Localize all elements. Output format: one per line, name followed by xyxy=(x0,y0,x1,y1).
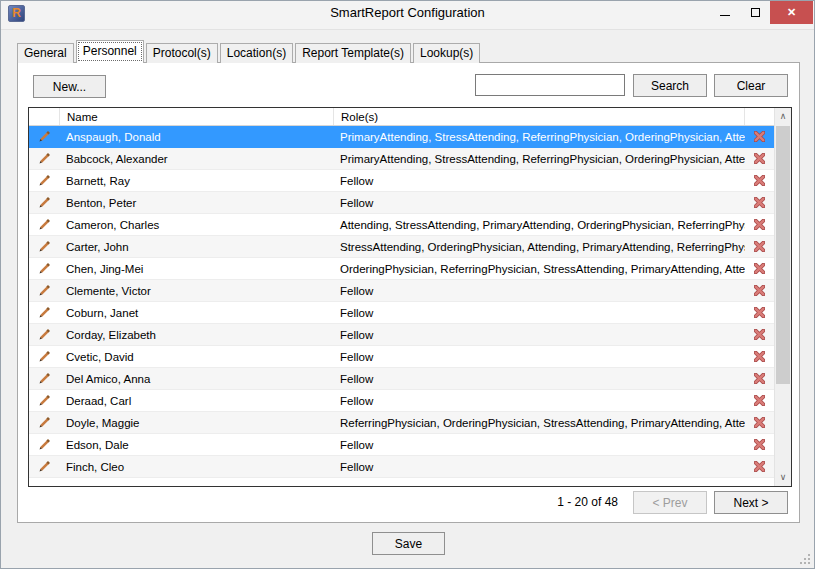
name-cell: Edson, Dale xyxy=(59,434,333,455)
delete-icon xyxy=(754,263,765,274)
roles-cell: ReferringPhysician, OrderingPhysician, S… xyxy=(333,412,745,433)
edit-cell[interactable] xyxy=(29,306,59,319)
delete-cell[interactable] xyxy=(745,263,774,274)
table-row[interactable]: Edson, Dale Fellow xyxy=(29,434,774,456)
name-cell: Coburn, Janet xyxy=(59,302,333,323)
delete-cell[interactable] xyxy=(745,131,774,142)
delete-icon xyxy=(754,417,765,428)
header-name: Name xyxy=(59,108,333,125)
scroll-down-icon[interactable]: ∨ xyxy=(775,469,791,486)
edit-cell[interactable] xyxy=(29,262,59,275)
delete-icon xyxy=(754,285,765,296)
search-button[interactable]: Search xyxy=(633,74,707,97)
tab-locations[interactable]: Location(s) xyxy=(220,43,293,63)
table-row[interactable]: Benton, Peter Fellow xyxy=(29,192,774,214)
edit-cell[interactable] xyxy=(29,218,59,231)
save-button[interactable]: Save xyxy=(372,532,445,555)
roles-cell: PrimaryAttending, StressAttending, Refer… xyxy=(333,148,745,169)
delete-cell[interactable] xyxy=(745,241,774,252)
maximize-button[interactable] xyxy=(740,1,770,24)
table-scrollbar[interactable]: ∧ ∨ xyxy=(774,108,791,486)
table-row[interactable]: Doyle, Maggie ReferringPhysician, Orderi… xyxy=(29,412,774,434)
edit-cell[interactable] xyxy=(29,394,59,407)
pencil-icon xyxy=(38,262,51,275)
table-row[interactable]: Barnett, Ray Fellow xyxy=(29,170,774,192)
table-row[interactable]: Chen, Jing-Mei OrderingPhysician, Referr… xyxy=(29,258,774,280)
edit-cell[interactable] xyxy=(29,328,59,341)
delete-icon xyxy=(754,373,765,384)
edit-cell[interactable] xyxy=(29,130,59,143)
edit-cell[interactable] xyxy=(29,372,59,385)
edit-cell[interactable] xyxy=(29,240,59,253)
table-row[interactable]: Anspaugh, Donald PrimaryAttending, Stres… xyxy=(29,126,774,148)
delete-icon xyxy=(754,395,765,406)
table-row[interactable]: Clemente, Victor Fellow xyxy=(29,280,774,302)
name-cell: Corday, Elizabeth xyxy=(59,324,333,345)
delete-icon xyxy=(754,351,765,362)
edit-cell[interactable] xyxy=(29,460,59,473)
edit-cell[interactable] xyxy=(29,174,59,187)
delete-cell[interactable] xyxy=(745,461,774,472)
tab-personnel[interactable]: Personnel xyxy=(76,40,144,63)
pencil-icon xyxy=(38,438,51,451)
pencil-icon xyxy=(38,240,51,253)
edit-cell[interactable] xyxy=(29,350,59,363)
edit-cell[interactable] xyxy=(29,438,59,451)
roles-cell: Fellow xyxy=(333,368,745,389)
roles-cell: Fellow xyxy=(333,170,745,191)
tab-protocols[interactable]: Protocol(s) xyxy=(146,43,218,63)
delete-cell[interactable] xyxy=(745,285,774,296)
delete-cell[interactable] xyxy=(745,439,774,450)
roles-cell: Fellow xyxy=(333,434,745,455)
pencil-icon xyxy=(38,196,51,209)
personnel-table: Name Role(s) Anspaugh, Donald PrimaryAtt… xyxy=(28,107,792,487)
edit-cell[interactable] xyxy=(29,416,59,429)
delete-cell[interactable] xyxy=(745,329,774,340)
table-row[interactable]: Cameron, Charles Attending, StressAttend… xyxy=(29,214,774,236)
roles-cell: Fellow xyxy=(333,346,745,367)
delete-cell[interactable] xyxy=(745,417,774,428)
table-row[interactable]: Corday, Elizabeth Fellow xyxy=(29,324,774,346)
header-delete-column xyxy=(744,108,774,125)
edit-cell[interactable] xyxy=(29,196,59,209)
delete-cell[interactable] xyxy=(745,153,774,164)
edit-cell[interactable] xyxy=(29,152,59,165)
table-row[interactable]: Coburn, Janet Fellow xyxy=(29,302,774,324)
pencil-icon xyxy=(38,350,51,363)
prev-button[interactable]: < Prev xyxy=(633,491,707,514)
window-controls: ✕ xyxy=(710,1,813,24)
tab-report-templates[interactable]: Report Template(s) xyxy=(295,43,411,63)
minimize-button[interactable] xyxy=(710,1,740,24)
tab-lookups[interactable]: Lookup(s) xyxy=(413,43,480,63)
pencil-icon xyxy=(38,394,51,407)
tab-general[interactable]: General xyxy=(17,43,74,63)
next-button[interactable]: Next > xyxy=(714,491,788,514)
table-row[interactable]: Cvetic, David Fellow xyxy=(29,346,774,368)
scroll-up-icon[interactable]: ∧ xyxy=(775,108,791,125)
resize-grip[interactable] xyxy=(800,554,810,564)
pencil-icon xyxy=(38,284,51,297)
delete-cell[interactable] xyxy=(745,351,774,362)
search-input[interactable] xyxy=(475,74,625,96)
roles-cell: OrderingPhysician, ReferringPhysician, S… xyxy=(333,258,745,279)
delete-cell[interactable] xyxy=(745,175,774,186)
table-row[interactable]: Babcock, Alexander PrimaryAttending, Str… xyxy=(29,148,774,170)
table-row[interactable]: Del Amico, Anna Fellow xyxy=(29,368,774,390)
delete-cell[interactable] xyxy=(745,373,774,384)
delete-cell[interactable] xyxy=(745,219,774,230)
new-button[interactable]: New... xyxy=(33,75,106,98)
edit-cell[interactable] xyxy=(29,284,59,297)
clear-button[interactable]: Clear xyxy=(714,74,788,97)
delete-cell[interactable] xyxy=(745,197,774,208)
delete-icon xyxy=(754,307,765,318)
scrollbar-thumb[interactable] xyxy=(776,126,790,384)
table-row[interactable]: Finch, Cleo Fellow xyxy=(29,456,774,478)
table-body: Anspaugh, Donald PrimaryAttending, Stres… xyxy=(29,126,774,478)
delete-cell[interactable] xyxy=(745,395,774,406)
roles-cell: Attending, StressAttending, PrimaryAtten… xyxy=(333,214,745,235)
pencil-icon xyxy=(38,174,51,187)
table-row[interactable]: Carter, John StressAttending, OrderingPh… xyxy=(29,236,774,258)
delete-cell[interactable] xyxy=(745,307,774,318)
close-button[interactable]: ✕ xyxy=(770,1,813,24)
table-row[interactable]: Deraad, Carl Fellow xyxy=(29,390,774,412)
